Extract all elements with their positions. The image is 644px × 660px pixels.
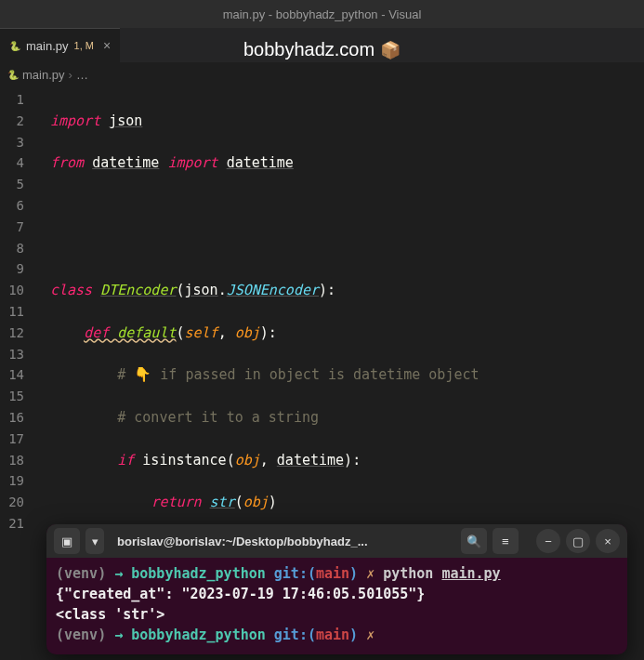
dropdown-button[interactable]: ▾ [85,528,104,554]
python-file-icon: 🐍 [7,70,19,80]
code-editor[interactable]: 123 456 789 101112 131415 161718 192021 … [0,86,644,528]
terminal-title: borislav@borislav:~/Desktop/bobbyhadz_..… [110,535,455,548]
window-titlebar: main.py - bobbyhadz_python - Visual [0,0,644,28]
menu-icon[interactable]: ≡ [493,528,519,554]
terminal-titlebar: ▣ ▾ borislav@borislav:~/Desktop/bobbyhad… [46,524,627,558]
tab-main-py[interactable]: 🐍 main.py 1, M × [0,28,120,62]
close-icon[interactable]: × [103,38,111,53]
cube-icon: 📦 [380,40,401,60]
terminal-window[interactable]: ▣ ▾ borislav@borislav:~/Desktop/bobbyhad… [46,524,627,654]
close-button[interactable]: × [596,529,620,553]
terminal-output[interactable]: (venv) → bobbyhadz_python git:(main) ✗ p… [46,558,627,654]
terminal-line: {"created_at": "2023-07-19 17:46:05.5010… [56,584,618,604]
watermark: bobbyhadz.com 📦 [243,39,401,60]
tab-filename: main.py [26,39,69,53]
terminal-line: (venv) → bobbyhadz_python git:(main) ✗ p… [56,563,618,584]
new-tab-button[interactable]: ▣ [54,528,80,554]
minimize-button[interactable]: − [536,529,560,553]
window-title: main.py - bobbyhadz_python - Visual [223,7,422,21]
terminal-line: <class 'str'> [56,604,618,625]
line-gutter: 123 456 789 101112 131415 161718 192021 [0,86,37,528]
breadcrumb-file: main.py [22,68,65,82]
code-area[interactable]: import json from datetime import datetim… [37,86,644,528]
breadcrumb-more: … [76,68,88,82]
breadcrumb[interactable]: 🐍 main.py › … [0,63,644,86]
terminal-line: (venv) → bobbyhadz_python git:(main) ✗ [56,625,618,645]
chevron-right-icon: › [69,68,72,82]
tab-modified-status: 1, M [74,40,94,51]
search-icon[interactable]: 🔍 [461,528,487,554]
python-file-icon: 🐍 [9,41,20,51]
maximize-button[interactable]: ▢ [566,529,590,553]
